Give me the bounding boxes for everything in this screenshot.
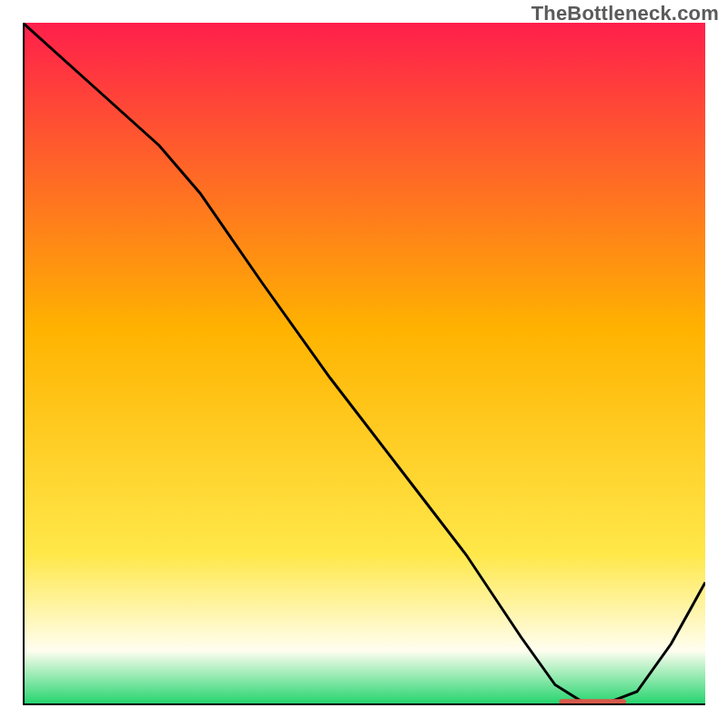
- chart-container: TheBottleneck.com: [0, 0, 728, 728]
- gradient-background: [23, 23, 705, 705]
- plot-area: [23, 23, 705, 705]
- chart-svg: [23, 23, 705, 705]
